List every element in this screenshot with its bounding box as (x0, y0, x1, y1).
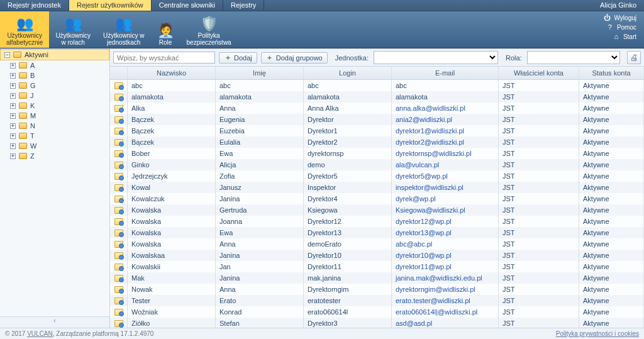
table-row[interactable]: KowalskiiJanDyrektor11dyrektor11@wp.plJS… (110, 261, 644, 272)
tree-node-w[interactable]: +W (0, 141, 109, 151)
cell-email[interactable]: ania2@widliszki.pl (396, 116, 452, 123)
ribbon-users-alpha[interactable]: 👥 Użytkownicy alfabetycznie (0, 11, 49, 48)
collapse-icon[interactable]: − (4, 52, 10, 58)
tree-node-k[interactable]: +K (0, 101, 109, 111)
plus-icon: ＋ (266, 54, 274, 62)
expand-icon[interactable]: + (10, 143, 16, 149)
table-row[interactable]: BączekEugeniaDyrektorania2@widliszki.plJ… (110, 114, 644, 125)
expand-icon[interactable]: + (10, 93, 16, 99)
search-input[interactable] (113, 52, 215, 64)
ribbon-users-roles[interactable]: 👥 Użytkownicy w rolach (49, 11, 97, 48)
folder-icon (19, 82, 27, 89)
tree-node-m[interactable]: +M (0, 111, 109, 121)
col-wlasciciel[interactable]: Właściciel konta (499, 67, 579, 79)
cell-email[interactable]: Ksiegowa@widliszki.pl (396, 206, 465, 214)
col-imie[interactable]: Imię (216, 67, 304, 79)
cell-email[interactable]: ala@vulcan.pl (396, 161, 439, 169)
cell-email[interactable]: dyrektorngim@widliszki.pl (396, 286, 475, 293)
unit-combo[interactable] (374, 51, 498, 64)
expand-icon[interactable]: + (10, 153, 16, 159)
cell-email[interactable]: dyrektor2@widliszki.pl (396, 138, 464, 146)
tab-rejestry[interactable]: Rejestry (223, 0, 264, 11)
tree-node-n[interactable]: +N (0, 121, 109, 131)
cell-email[interactable]: dyrektornsp@widliszki.pl (396, 150, 472, 157)
table-row[interactable]: KowalczukJaninaDyrektor4dyrek@wp.plJSTAk… (110, 193, 644, 204)
table-row[interactable]: KowalJanuszInspektorinspektor@widliszki.… (110, 182, 644, 193)
cell-email[interactable]: dyrektor10@wp.pl (396, 252, 452, 259)
tree-root-aktywni[interactable]: − Aktywni (0, 49, 109, 60)
table-row[interactable]: KowalskaEwaDyrektor13dyrektor13@wp.plJST… (110, 227, 644, 238)
cell-email[interactable]: asd@asd.pl (396, 320, 432, 327)
expand-icon[interactable]: + (10, 133, 16, 139)
add-group-button[interactable]: ＋ Dodaj grupowo (261, 52, 328, 64)
cell-email[interactable]: dyrektor11@wp.pl (396, 263, 452, 270)
tree-node-g[interactable]: +G (0, 81, 109, 91)
cell-email[interactable]: dyrek@wp.pl (396, 195, 436, 203)
expand-icon[interactable]: + (10, 63, 16, 69)
ribbon-users-units[interactable]: 👥 Użytkownicy w jednostkach (97, 11, 151, 48)
tree-node-j[interactable]: +J (0, 91, 109, 101)
col-icon-header[interactable] (110, 67, 128, 79)
table-row[interactable]: AlkaAnnaAnna Alkaanna.alka@widliszki.plJ… (110, 103, 644, 114)
tree-node-a[interactable]: +A (0, 60, 109, 70)
tab-centralne-slowniki[interactable]: Centralne słowniki (152, 0, 223, 11)
table-row[interactable]: BączekEuzebiaDyrektor1dyrektor1@widliszk… (110, 125, 644, 136)
col-nazwisko[interactable]: Nazwisko (128, 67, 216, 79)
table-row[interactable]: BączekEulaliaDyrektor2dyrektor2@widliszk… (110, 136, 644, 148)
tree-node-z[interactable]: +Z (0, 151, 109, 161)
table-row[interactable]: abcabcabcabcJSTAktywne (110, 80, 644, 91)
ribbon-security[interactable]: 🛡️ Polityka bezpieczeństwa (180, 11, 238, 48)
tree-node-t[interactable]: +T (0, 131, 109, 141)
table-row[interactable]: ZiółkoStefanDyrektor3asd@asd.plJSTAktywn… (110, 318, 644, 328)
col-status[interactable]: Status konta (579, 67, 644, 79)
cell-email[interactable]: dyrektor13@wp.pl (396, 229, 452, 236)
cell-email[interactable]: abc@abc.pl (396, 240, 432, 248)
col-login[interactable]: Login (304, 67, 392, 79)
expand-icon[interactable]: + (10, 123, 16, 129)
logout-link[interactable]: ⏻Wyloguj (604, 14, 636, 21)
table-row[interactable]: TesterEratoeratotestererato.tester@widli… (110, 295, 644, 306)
tree-node-b[interactable]: +B (0, 70, 109, 81)
expand-icon[interactable]: + (10, 73, 16, 79)
cell-email[interactable]: anna.alka@widliszki.pl (396, 104, 465, 112)
ribbon-roles[interactable]: 🧑‍💼 Role (151, 11, 180, 48)
table-row[interactable]: alamakotaalamakotaalamakotaalamakotaJSTA… (110, 91, 644, 103)
cell-email[interactable]: erato060614l|@widliszki.pl (396, 308, 477, 316)
table-row[interactable]: NowakAnnaDyrektorngimdyrektorngim@widlis… (110, 284, 644, 295)
cell-email: alamakota (396, 93, 428, 101)
expand-icon[interactable]: + (10, 113, 16, 119)
privacy-link[interactable]: Polityka prywatności i cookies (556, 330, 639, 337)
expand-icon[interactable]: + (10, 103, 16, 109)
cell-email[interactable]: inspektor@widliszki.pl (396, 184, 464, 191)
table-row[interactable]: GinkoAlicjademoala@vulcan.plJSTAktywne (110, 159, 644, 170)
cell-email[interactable]: erato.tester@widliszki.pl (396, 297, 470, 304)
grid-body[interactable]: abcabcabcabcJSTAktywnealamakotaalamakota… (110, 80, 644, 328)
cell-email[interactable]: dyrektor12@wp.pl (396, 218, 452, 225)
tree-root-label: Aktywni (25, 51, 48, 58)
col-email[interactable]: E-mail (392, 67, 499, 79)
add-button[interactable]: ＋ Dodaj (219, 52, 257, 64)
sidebar-collapse-button[interactable]: ‹ (0, 316, 109, 328)
help-link[interactable]: ?Pomoc (606, 23, 636, 31)
cell-email[interactable]: janina.mak@widliszki.edu.pl (396, 274, 482, 282)
cell-email: abc (396, 82, 407, 89)
tab-rejestr-uzytkownikow[interactable]: Rejestr użytkowników (69, 0, 152, 11)
print-button[interactable]: 🖨 (627, 51, 641, 64)
table-row[interactable]: BoberEwadyrektornspdyrektornsp@widliszki… (110, 148, 644, 159)
vendor-link[interactable]: VULCAN (27, 330, 53, 337)
table-row[interactable]: WoźniakKonraderato060614lerato060614l|@w… (110, 306, 644, 318)
role-combo[interactable] (527, 51, 620, 64)
table-row[interactable]: KowalskaJoannaDyrektor12dyrektor12@wp.pl… (110, 216, 644, 227)
cell-email[interactable]: dyrektor1@widliszki.pl (396, 127, 464, 135)
table-row[interactable]: KowalskaaJaninaDyrektor10dyrektor10@wp.p… (110, 250, 644, 261)
table-row[interactable]: KowalskaGertrudaKsiegowaKsiegowa@widlisz… (110, 204, 644, 216)
tab-rejestr-jednostek[interactable]: Rejestr jednostek (0, 0, 69, 11)
table-row[interactable]: KowalskaAnnademoEratoabc@abc.plJSTAktywn… (110, 238, 644, 250)
table-row[interactable]: JędrzejczykZofiaDyrektor5dyrektor5@wp.pl… (110, 170, 644, 182)
add-label: Dodaj (234, 54, 252, 62)
table-row[interactable]: MakJaninamak.janinajanina.mak@widliszki.… (110, 272, 644, 284)
start-link[interactable]: ⌂Start (613, 33, 636, 40)
expand-icon[interactable]: + (10, 83, 16, 89)
cell-email[interactable]: dyrektor5@wp.pl (396, 172, 448, 180)
cell-wlasciciel: JST (499, 306, 579, 318)
